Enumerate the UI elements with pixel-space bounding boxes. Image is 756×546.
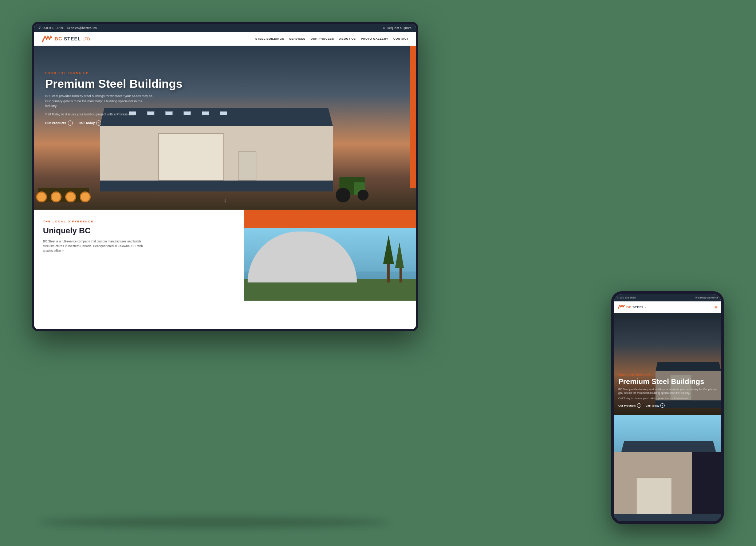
phone-number: ✆ 250-939-9019: [39, 26, 63, 30]
building-door-small: [238, 151, 256, 181]
mobile-products-icon: ›: [637, 403, 641, 408]
hero-background: [34, 46, 416, 210]
section2-title: Uniquely BC: [43, 226, 235, 236]
hero-title: Premium Steel Buildings: [45, 78, 182, 90]
mobile-footer-image: [614, 415, 721, 521]
nav-steel-buildings[interactable]: STEEL BUILDINGS: [255, 37, 284, 40]
logo-icon: [42, 35, 52, 43]
our-products-button[interactable]: Our Products ›: [45, 120, 73, 126]
orange-block: [244, 210, 416, 228]
top-bar-left: ✆ 250-939-9019 ✉ sales@bcsteel.ca: [39, 26, 97, 30]
mobile-call-button[interactable]: Call Today ›: [646, 403, 665, 408]
nav-services[interactable]: SERVICES: [289, 37, 305, 40]
building-base: [100, 181, 333, 191]
mobile-logo-text: BC STEEL LTD.: [626, 305, 650, 309]
trees: [383, 228, 412, 282]
mobile-hero-description: BC Steel provides turnkey steel building…: [618, 388, 717, 395]
mobile-call-icon: ›: [660, 403, 665, 408]
mobile-top-bar: ✆ 250-939-9019 ✉ sales@bcsteel.ca: [614, 294, 721, 301]
email-address: ✉ sales@bcsteel.ca: [67, 26, 97, 30]
scroll-arrow: ↓: [224, 197, 227, 204]
mobile-phone: ✆ 250-939-9019: [617, 296, 636, 299]
below-hero-left: THE LOCAL DIFFERENCE Uniquely BC BC Stee…: [34, 210, 244, 301]
section2-subtitle: THE LOCAL DIFFERENCE: [43, 220, 235, 223]
farm-equipment: [34, 159, 92, 202]
below-hero-right: [244, 210, 416, 301]
arch-building-image: [244, 228, 416, 301]
top-bar: ✆ 250-939-9019 ✉ sales@bcsteel.ca ✉ Requ…: [34, 24, 416, 32]
below-hero-section: THE LOCAL DIFFERENCE Uniquely BC BC Stee…: [34, 210, 416, 301]
mobile-logo-icon: [618, 304, 625, 310]
desktop-mockup: ✆ 250-939-9019 ✉ sales@bcsteel.ca ✉ Requ…: [32, 22, 418, 331]
mobile-mockup: ✆ 250-939-9019 ✉ sales@bcsteel.ca BC STE…: [611, 291, 724, 524]
mobile-hero-content: FROM THE FRAME UP Premium Steel Building…: [614, 313, 721, 415]
nav-our-process[interactable]: OUR PROCESS: [311, 37, 334, 40]
hero-content: FROM THE FRAME UP Premium Steel Building…: [45, 71, 182, 126]
mobile-email: ✉ sales@bcsteel.ca: [695, 296, 718, 299]
mobile-cta-text: Call Today to discuss your building proj…: [618, 397, 717, 400]
mobile-nav: BC STEEL LTD. ≡: [614, 301, 721, 313]
hamburger-menu[interactable]: ≡: [714, 304, 717, 310]
hero-cta-text: Call Today to discuss your building proj…: [45, 112, 182, 116]
mobile-hero-title: Premium Steel Buildings: [618, 377, 717, 385]
mobile-hero: FROM THE FRAME UP Premium Steel Building…: [614, 313, 721, 415]
hero-buttons: Our Products › Call Today ›: [45, 120, 182, 126]
hero-subtitle: FROM THE FRAME UP: [45, 71, 182, 75]
orange-bar-accent: [410, 46, 416, 188]
nav-photo-gallery[interactable]: PHOTO GALLERY: [361, 37, 388, 40]
nav-contact[interactable]: CONTACT: [393, 37, 409, 40]
section2-description: BC Steel is a full-service company that …: [43, 239, 145, 253]
desktop-screen: ✆ 250-939-9019 ✉ sales@bcsteel.ca ✉ Requ…: [34, 24, 416, 329]
mobile-hero-buttons: Our Products › Call Today ›: [618, 403, 717, 408]
quote-button[interactable]: ✉ Request a Quote: [383, 26, 412, 30]
desktop-shadow: [39, 517, 389, 528]
nav-bar: BC STEEL LTD. STEEL BUILDINGS SERVICES O…: [34, 32, 416, 46]
tractor: [336, 170, 379, 202]
nav-about-us[interactable]: ABOUT US: [339, 37, 356, 40]
nav-links: STEEL BUILDINGS SERVICES OUR PROCESS ABO…: [255, 37, 409, 40]
mobile-logo-area: BC STEEL LTD.: [618, 304, 650, 310]
mobile-products-button[interactable]: Our Products ›: [618, 403, 641, 408]
logo-area: BC STEEL LTD.: [42, 35, 92, 43]
mobile-hero-subtitle: FROM THE FRAME UP: [618, 374, 717, 376]
top-bar-right: ✉ Request a Quote: [383, 26, 412, 30]
hero-section: FROM THE FRAME UP Premium Steel Building…: [34, 46, 416, 210]
call-circle-icon: ›: [96, 120, 101, 126]
building-door-large: [158, 133, 224, 181]
logo-text: BC STEEL LTD.: [55, 36, 92, 41]
mobile-screen: ✆ 250-939-9019 ✉ sales@bcsteel.ca BC STE…: [614, 294, 721, 521]
hero-description: BC Steel provides turnkey steel building…: [45, 94, 154, 109]
call-today-button[interactable]: Call Today ›: [79, 120, 102, 126]
products-circle-icon: ›: [68, 120, 73, 126]
